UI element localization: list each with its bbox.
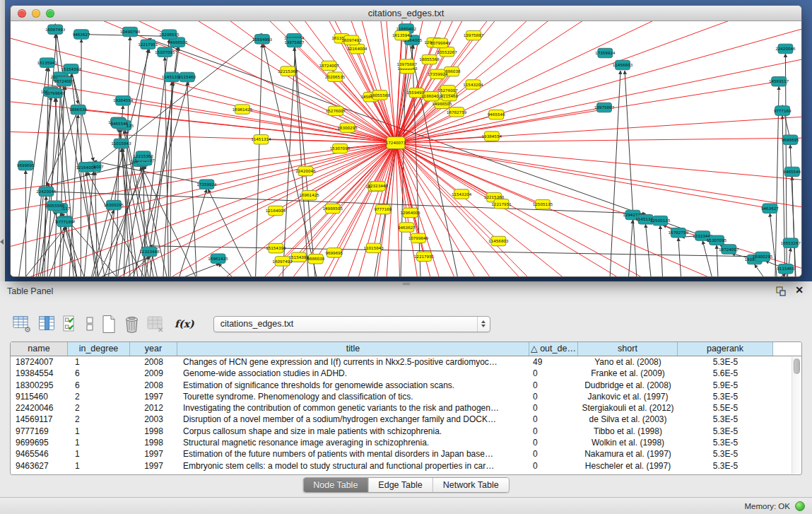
table-row[interactable]: 1830029562008Estimation of significance … bbox=[11, 380, 801, 391]
table-cell: 1998 bbox=[130, 437, 177, 448]
svg-text:⚙: ⚙ bbox=[24, 325, 31, 333]
memory-indicator-icon[interactable] bbox=[795, 501, 805, 511]
collapse-panel-arrow-icon[interactable] bbox=[0, 239, 4, 245]
trash-icon[interactable] bbox=[123, 314, 141, 334]
table-cell: 18724007 bbox=[11, 356, 68, 368]
svg-text:10799849: 10799849 bbox=[408, 236, 429, 240]
svg-text:✕: ✕ bbox=[158, 326, 163, 333]
new-file-icon[interactable] bbox=[101, 314, 117, 334]
function-icon[interactable]: f(x) bbox=[172, 314, 199, 334]
tab-edge-table[interactable]: Edge Table bbox=[368, 478, 433, 492]
select-columns-icon[interactable]: ✔ ✔ bbox=[62, 314, 78, 334]
close-window-button[interactable] bbox=[18, 9, 26, 18]
window-title: citations_edges.txt bbox=[11, 6, 801, 21]
svg-text:10799849: 10799849 bbox=[45, 91, 65, 95]
zoom-window-button[interactable] bbox=[46, 9, 54, 18]
svg-text:14988505: 14988505 bbox=[323, 206, 343, 211]
table-cell: 5.3E-5 bbox=[678, 437, 773, 448]
column-header-year[interactable]: year bbox=[130, 342, 177, 356]
table-cell: 0 bbox=[529, 368, 578, 379]
network-graph[interactable]: 2020653517359924139758871145680312942737… bbox=[11, 21, 801, 276]
svg-text:10553267: 10553267 bbox=[437, 50, 457, 54]
svg-text:12964005: 12964005 bbox=[400, 211, 420, 215]
svg-text:9886038: 9886038 bbox=[69, 107, 87, 112]
table-row[interactable]: 946554611997Estimation of the future num… bbox=[11, 448, 801, 460]
table-row[interactable]: 2242004622012Investigating the contribut… bbox=[11, 402, 801, 414]
delete-table-icon[interactable]: ✕ bbox=[147, 314, 165, 334]
svg-text:✔: ✔ bbox=[68, 323, 74, 332]
svg-text:17240073: 17240073 bbox=[386, 141, 406, 145]
svg-text:12164004: 12164004 bbox=[76, 165, 96, 170]
svg-text:12505135: 12505135 bbox=[650, 218, 671, 223]
svg-text:18055568: 18055568 bbox=[45, 204, 65, 208]
svg-text:16782759: 16782759 bbox=[669, 230, 689, 235]
show-column-icon[interactable] bbox=[38, 314, 56, 334]
svg-text:15154393: 15154393 bbox=[61, 67, 81, 71]
dropdown-arrows-icon bbox=[477, 317, 490, 332]
table-cell: 0 bbox=[529, 460, 578, 472]
table-cell: 5.5E-5 bbox=[678, 402, 773, 414]
network-view[interactable]: 2020653517359924139758871145680312942737… bbox=[11, 21, 801, 276]
svg-text:18300295: 18300295 bbox=[337, 126, 358, 130]
table-row[interactable]: 1938455462009Genome-wide association stu… bbox=[11, 368, 801, 379]
column-header-pagerank[interactable]: pagerank bbox=[678, 342, 773, 356]
tab-network-table[interactable]: Network Table bbox=[433, 478, 509, 492]
table-cell: 2012 bbox=[130, 402, 177, 414]
svg-text:11456803: 11456803 bbox=[613, 63, 633, 67]
table-row[interactable]: 977716911998Corpus callosum shape and si… bbox=[11, 426, 801, 437]
table-row[interactable]: 1456911722003Disruption of a novel membe… bbox=[11, 414, 801, 425]
table-scrollbar[interactable] bbox=[792, 357, 801, 474]
table-settings-icon[interactable]: ⚙ bbox=[13, 314, 32, 334]
svg-text:10799849: 10799849 bbox=[430, 41, 451, 45]
svg-text:12164004: 12164004 bbox=[266, 209, 286, 213]
table-cell: Tibbo et al. (1998) bbox=[578, 426, 678, 437]
svg-text:9115460: 9115460 bbox=[777, 267, 794, 271]
svg-text:10553267: 10553267 bbox=[781, 241, 801, 245]
column-header-title[interactable]: title bbox=[177, 342, 529, 356]
column-header-out_de[interactable]: △ out_de… bbox=[529, 342, 578, 356]
scrollbar-thumb[interactable] bbox=[794, 358, 800, 374]
table-cell: Franke et al. (2009) bbox=[578, 368, 678, 379]
network-window[interactable]: citations_edges.txt 20206535173599241397… bbox=[10, 5, 802, 277]
node-table: namein_degreeyeartitle△ out_de…shortpage… bbox=[10, 341, 802, 475]
svg-text:15307095: 15307095 bbox=[155, 50, 175, 54]
table-cell: 0 bbox=[529, 426, 578, 437]
svg-text:18055568: 18055568 bbox=[370, 93, 390, 98]
tab-node-table[interactable]: Node Table bbox=[303, 478, 368, 492]
table-cell: 1997 bbox=[130, 391, 177, 402]
toggle-rows-icon[interactable] bbox=[85, 314, 95, 334]
svg-text:9463627: 9463627 bbox=[761, 206, 779, 211]
column-header-name[interactable]: name bbox=[11, 342, 68, 356]
table-row[interactable]: 946362711997Embryonic stem cells: a mode… bbox=[11, 460, 801, 472]
desktop-background: citations_edges.txt 20206535173599241397… bbox=[0, 0, 812, 281]
table-cell: 2008 bbox=[130, 356, 177, 368]
svg-text:9699695: 9699695 bbox=[17, 163, 35, 168]
close-panel-icon[interactable]: ✕ bbox=[795, 284, 804, 296]
svg-text:11015843: 11015843 bbox=[111, 141, 131, 146]
table-cell: 1 bbox=[68, 426, 130, 437]
table-cell: 9699695 bbox=[11, 437, 68, 448]
svg-text:19384554: 19384554 bbox=[113, 98, 134, 103]
table-row[interactable]: 911546021997Tourette syndrome. Phenomeno… bbox=[11, 391, 801, 402]
table-cell: 9115460 bbox=[11, 391, 68, 402]
table-cell: 2 bbox=[68, 414, 130, 425]
table-cell: Wolkin et al. (1998) bbox=[578, 437, 678, 448]
split-divider-grip[interactable] bbox=[403, 282, 410, 286]
table-row[interactable]: 969969511998Structural magnetic resonanc… bbox=[11, 437, 801, 448]
svg-text:15594993: 15594993 bbox=[252, 37, 273, 42]
minimize-window-button[interactable] bbox=[32, 9, 40, 18]
table-row[interactable]: 1872400712008Changes of HCN gene express… bbox=[11, 356, 801, 368]
table-select-dropdown[interactable]: citations_edges.txt bbox=[213, 316, 490, 332]
svg-text:17359924: 17359924 bbox=[428, 72, 448, 76]
svg-text:9699695: 9699695 bbox=[325, 251, 343, 255]
column-header-in_degree[interactable]: in_degree bbox=[68, 342, 130, 356]
svg-text:15154393: 15154393 bbox=[266, 246, 286, 250]
table-header-row: namein_degreeyeartitle△ out_de…shortpage… bbox=[11, 342, 801, 356]
window-titlebar[interactable]: citations_edges.txt bbox=[11, 6, 801, 21]
float-panel-icon[interactable] bbox=[775, 286, 787, 297]
svg-text:11015843: 11015843 bbox=[363, 246, 384, 250]
table-cell: 5.3E-5 bbox=[678, 460, 773, 472]
column-header-short[interactable]: short bbox=[578, 342, 678, 356]
svg-text:13975887: 13975887 bbox=[464, 33, 484, 37]
svg-text:17359924: 17359924 bbox=[196, 182, 217, 187]
